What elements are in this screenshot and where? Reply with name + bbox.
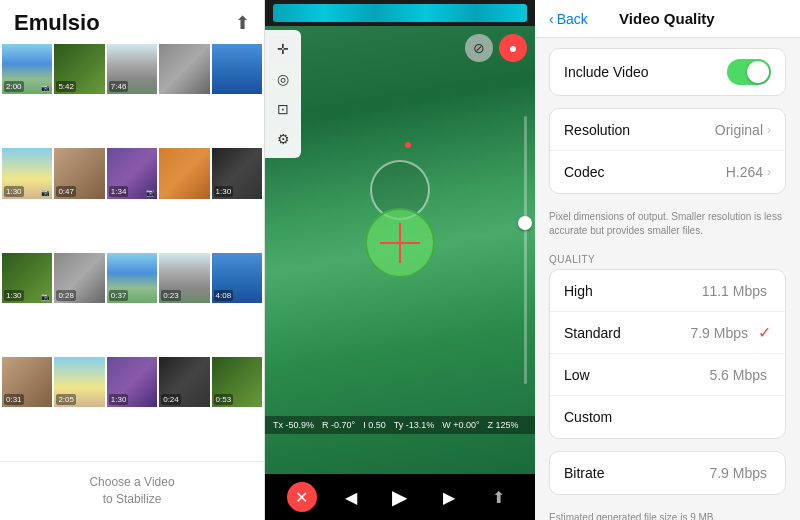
middle-toolbar: ✛ ◎ ⊡ ⚙ [265, 30, 301, 158]
quality-option-label: Low [564, 367, 709, 383]
forward-btn[interactable]: ▶ [434, 482, 464, 512]
rotate-tool-btn[interactable]: ◎ [270, 66, 296, 92]
codec-label: Codec [564, 164, 726, 180]
back-label: Back [557, 11, 588, 27]
close-btn[interactable]: ✕ [287, 482, 317, 512]
toggle-btn[interactable]: ⊘ [465, 34, 493, 62]
thumb-duration: 0:24 [161, 394, 181, 405]
check-icon: ✓ [758, 323, 771, 342]
thumb-duration: 1:30 [109, 394, 129, 405]
upload-icon[interactable]: ⬆ [235, 12, 250, 34]
video-thumb[interactable]: 0:37 [107, 253, 157, 303]
thumb-duration: 7:46 [109, 81, 129, 92]
bitrate-section: Bitrate 7.9 Mbps [549, 451, 786, 495]
video-thumb[interactable]: 0:28 [54, 253, 104, 303]
quality-section-header: QUALITY [535, 246, 800, 269]
thumb-duration: 4:08 [214, 290, 234, 301]
thumb-duration: 0:37 [109, 290, 129, 301]
estimated-size-info: Estimated generated file size is 9 MB. [535, 507, 800, 520]
quality-option-custom[interactable]: Custom [550, 396, 785, 438]
video-thumb[interactable]: 0:47 [54, 148, 104, 198]
video-thumb[interactable]: 0:24 [159, 357, 209, 407]
crosshair-circle [365, 208, 435, 278]
video-thumb[interactable]: 5:42 [54, 44, 104, 94]
codec-chevron: › [767, 165, 771, 179]
quality-option-high[interactable]: High11.1 Mbps [550, 270, 785, 312]
video-thumb[interactable] [212, 44, 262, 94]
timeline-bar[interactable] [273, 4, 527, 22]
video-thumb[interactable]: 0:31 [2, 357, 52, 407]
stat-item: Tx -50.9% [273, 420, 314, 430]
play-btn[interactable]: ▶ [385, 482, 415, 512]
video-thumb[interactable] [159, 44, 209, 94]
thumb-bg [159, 148, 209, 198]
move-tool-btn[interactable]: ✛ [270, 36, 296, 62]
quality-option-low[interactable]: Low5.6 Mbps [550, 354, 785, 396]
video-thumb[interactable]: 1:30📷 [2, 148, 52, 198]
page-title: Video Quality [598, 10, 736, 27]
thumb-duration: 0:47 [56, 186, 76, 197]
timeline-container [265, 0, 535, 26]
video-thumb[interactable]: 7:46 [107, 44, 157, 94]
quality-option-label: High [564, 283, 702, 299]
thumb-bg [212, 44, 262, 94]
rewind-btn[interactable]: ◀ [336, 482, 366, 512]
video-stats: Tx -50.9%R -0.70°I 0.50Ty -13.1%W +0.00°… [265, 416, 535, 434]
settings-tool-btn[interactable]: ⚙ [270, 126, 296, 152]
camera-icon: 📷 [41, 293, 50, 301]
resolution-codec-section: Resolution Original › Codec H.264 › [549, 108, 786, 194]
resolution-info: Pixel dimensions of output. Smaller reso… [535, 206, 800, 246]
side-slider[interactable] [519, 116, 531, 385]
video-thumb[interactable]: 2:00📷 [2, 44, 52, 94]
video-thumb[interactable]: 4:08 [212, 253, 262, 303]
video-thumb[interactable]: 1:30 [107, 357, 157, 407]
camera-icon: 📷 [146, 189, 155, 197]
video-thumb[interactable]: 0:23 [159, 253, 209, 303]
thumb-duration: 0:28 [56, 290, 76, 301]
crosshair-vertical [399, 223, 401, 263]
resolution-row[interactable]: Resolution Original › [550, 109, 785, 151]
thumb-duration: 2:05 [56, 394, 76, 405]
chevron-left-icon: ‹ [549, 11, 554, 27]
right-header: ‹ Back Video Quality [535, 0, 800, 38]
codec-row[interactable]: Codec H.264 › [550, 151, 785, 193]
quality-option-value: 5.6 Mbps [709, 367, 767, 383]
video-overlay-buttons: ⊘ ● [465, 34, 527, 62]
quality-option-standard[interactable]: Standard7.9 Mbps✓ [550, 312, 785, 354]
share-btn[interactable]: ⬆ [483, 482, 513, 512]
quality-option-label: Custom [564, 409, 771, 425]
include-video-row: Include Video [550, 49, 785, 95]
video-thumb[interactable]: 0:53 [212, 357, 262, 407]
video-grid: 2:00📷5:427:461:30📷0:471:34📷1:301:30📷0:28… [0, 42, 264, 461]
left-panel: Emulsio ⬆ 2:00📷5:427:461:30📷0:471:34📷1:3… [0, 0, 265, 520]
thumb-bg [159, 44, 209, 94]
stat-item: W +0.00° [442, 420, 479, 430]
resolution-value: Original [715, 122, 763, 138]
slider-knob[interactable] [518, 216, 532, 230]
stat-item: I 0.50 [363, 420, 386, 430]
video-thumb[interactable]: 2:05 [54, 357, 104, 407]
crop-tool-btn[interactable]: ⊡ [270, 96, 296, 122]
codec-value: H.264 [726, 164, 763, 180]
thumb-duration: 1:34 [109, 186, 129, 197]
left-footer: Choose a Video to Stabilize [0, 461, 264, 520]
bottom-controls: ✕ ◀ ▶ ▶ ⬆ [265, 474, 535, 520]
video-thumb[interactable]: 1:30 [212, 148, 262, 198]
middle-panel: ✛ ◎ ⊡ ⚙ ⊘ ● Tx -50.9%R -0.70°I 0.50Ty -1… [265, 0, 535, 520]
record-btn[interactable]: ● [499, 34, 527, 62]
video-thumb[interactable] [159, 148, 209, 198]
stat-item: Z 125% [488, 420, 519, 430]
bitrate-row[interactable]: Bitrate 7.9 Mbps [550, 452, 785, 494]
thumb-duration: 1:30 [214, 186, 234, 197]
toggle-knob [747, 61, 769, 83]
slider-track [524, 116, 527, 385]
include-video-toggle[interactable] [727, 59, 771, 85]
stat-item: R -0.70° [322, 420, 355, 430]
video-thumb[interactable]: 1:30📷 [2, 253, 52, 303]
video-thumb[interactable]: 1:34📷 [107, 148, 157, 198]
right-content: Include Video Resolution Original › Code… [535, 38, 800, 520]
back-button[interactable]: ‹ Back [549, 11, 588, 27]
resolution-label: Resolution [564, 122, 715, 138]
thumb-duration: 0:23 [161, 290, 181, 301]
resolution-chevron: › [767, 123, 771, 137]
